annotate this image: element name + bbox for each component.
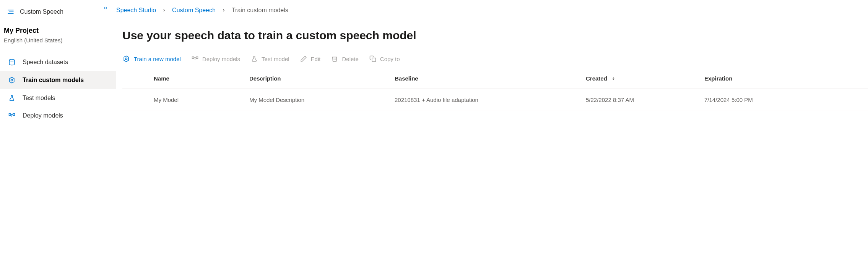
sidebar-group-title[interactable]: Custom Speech [0, 3, 116, 21]
chevron-double-left-icon [103, 5, 108, 12]
edit-button: Edit [300, 55, 321, 62]
copy-icon [369, 55, 376, 62]
svg-rect-6 [9, 114, 11, 116]
toolbar-label: Deploy models [202, 56, 240, 62]
svg-marker-4 [10, 77, 14, 83]
copy-to-button: Copy to [369, 55, 400, 62]
collapse-sidebar-button[interactable] [103, 5, 108, 12]
toolbar-label: Copy to [380, 56, 400, 62]
svg-rect-16 [372, 58, 376, 62]
sidebar-item-label: Deploy models [23, 112, 63, 119]
deploy-models-button: Deploy models [192, 56, 240, 62]
sidebar: Custom Speech My Project English (United… [0, 0, 116, 258]
cell-created: 5/22/2022 8:37 AM [581, 89, 700, 111]
sidebar-item-speech-datasets[interactable]: Speech datasets [0, 53, 116, 71]
edit-icon [300, 55, 307, 62]
cell-baseline: 20210831 + Audio file adaptation [390, 89, 581, 111]
svg-rect-13 [196, 57, 198, 59]
chevron-right-icon [222, 7, 226, 14]
svg-rect-7 [13, 114, 15, 116]
sidebar-item-train-custom-models[interactable]: Train custom models [0, 71, 116, 89]
cell-description: My Model Description [245, 89, 390, 111]
project-language: English (United States) [4, 37, 109, 44]
list-icon [7, 9, 15, 15]
project-name: My Project [4, 27, 109, 35]
sidebar-item-test-models[interactable]: Test models [0, 89, 116, 107]
flask-icon [251, 55, 258, 62]
model-icon [122, 55, 130, 63]
flask-icon [8, 95, 16, 102]
delete-button: Delete [331, 55, 358, 62]
svg-rect-12 [192, 57, 194, 59]
sidebar-group-label: Custom Speech [20, 8, 63, 15]
table-header-row: Name Description Baseline Created Expira… [122, 68, 868, 89]
sidebar-nav: Speech datasets Train custom models Test… [0, 53, 116, 124]
column-header-created[interactable]: Created [581, 68, 700, 89]
svg-marker-10 [124, 56, 128, 62]
svg-point-5 [11, 79, 13, 81]
sidebar-item-label: Test models [23, 95, 55, 102]
sort-down-icon [611, 75, 616, 82]
column-header-expiration[interactable]: Expiration [700, 68, 868, 89]
page-title: Use your speech data to train a custom s… [122, 29, 868, 42]
chevron-right-icon [162, 7, 166, 14]
model-icon [8, 76, 16, 84]
sidebar-item-label: Speech datasets [23, 59, 68, 66]
deploy-icon [8, 113, 16, 118]
models-table: Name Description Baseline Created Expira… [122, 68, 868, 111]
cell-name: My Model [149, 89, 245, 111]
table-row[interactable]: My Model My Model Description 20210831 +… [122, 89, 868, 111]
column-header-select[interactable] [122, 68, 149, 89]
sidebar-project: My Project English (United States) [0, 21, 116, 45]
train-new-model-button[interactable]: Train a new model [122, 55, 181, 63]
toolbar-label: Edit [311, 56, 321, 62]
breadcrumb-current: Train custom models [232, 7, 288, 14]
sidebar-item-label: Train custom models [23, 77, 84, 84]
deploy-icon [192, 56, 198, 61]
breadcrumb-root[interactable]: Speech Studio [116, 7, 156, 14]
column-header-name[interactable]: Name [149, 68, 245, 89]
sidebar-item-deploy-models[interactable]: Deploy models [0, 107, 116, 124]
svg-point-3 [9, 60, 15, 61]
trash-icon [331, 55, 338, 62]
row-select-cell[interactable] [122, 89, 149, 111]
toolbar-label: Delete [342, 56, 358, 62]
toolbar-label: Test model [262, 56, 289, 62]
breadcrumb-mid[interactable]: Custom Speech [172, 7, 216, 14]
toolbar: Train a new model Deploy models Test mod… [122, 55, 868, 68]
column-header-baseline[interactable]: Baseline [390, 68, 581, 89]
main-content: Speech Studio Custom Speech Train custom… [116, 0, 868, 258]
cell-expiration: 7/14/2024 5:00 PM [700, 89, 868, 111]
toolbar-label: Train a new model [134, 56, 181, 62]
svg-point-11 [125, 58, 127, 60]
column-header-description[interactable]: Description [245, 68, 390, 89]
database-icon [8, 59, 16, 66]
breadcrumb: Speech Studio Custom Speech Train custom… [116, 7, 868, 14]
test-model-button: Test model [251, 55, 289, 62]
